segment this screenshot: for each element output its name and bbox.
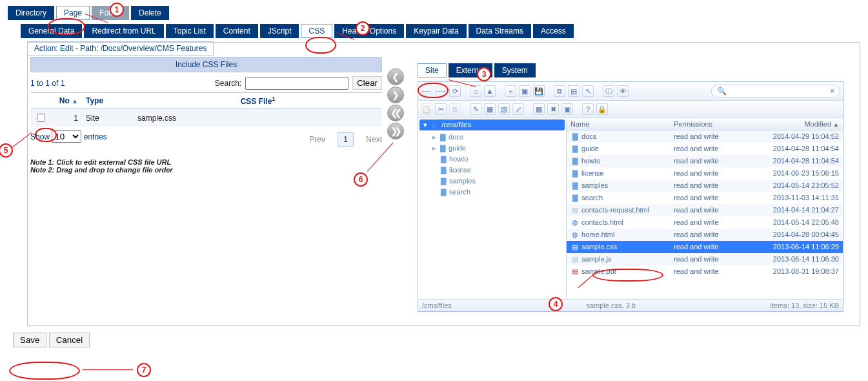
rename-icon[interactable]: ✎ <box>470 103 481 115</box>
file-row[interactable]: ▤ contacts-request.htmlread and write201… <box>567 204 843 216</box>
save-icon[interactable]: 💾 <box>533 85 545 97</box>
refresh-icon[interactable]: ⟳ <box>449 85 461 97</box>
cell-mod: 2014-06-23 15:06:15 <box>741 167 843 180</box>
table-row[interactable]: 1 Site sample.css <box>30 109 382 127</box>
new-doc-icon[interactable]: ＋ <box>505 85 516 97</box>
up-icon[interactable]: ▲ <box>484 85 496 97</box>
file-icon: ▤ <box>570 267 580 276</box>
lock-icon[interactable]: 🔒 <box>596 103 608 115</box>
expand-icon[interactable]: ⤢ <box>512 103 524 115</box>
col-mod[interactable]: Modified ▲ <box>741 118 843 130</box>
file-row[interactable]: ▤ sample.pdfread and write2013-08-31 19:… <box>567 265 843 278</box>
cell-type: Site <box>82 109 134 127</box>
cut-icon[interactable]: ✂ <box>435 103 447 115</box>
info-icon[interactable]: ⓘ <box>603 85 614 97</box>
file-icon: ▇ <box>570 169 580 178</box>
tree-item[interactable]: ▸ ▇docs <box>418 132 566 143</box>
help-icon[interactable]: ? <box>582 103 594 115</box>
move-first-btn[interactable]: ❮❮ <box>387 105 404 121</box>
file-row[interactable]: ▤ sample.cssread and write2013-06-14 11:… <box>567 241 843 253</box>
folder-icon: ▇ <box>439 166 448 174</box>
move-fwd-btn[interactable]: ❯ <box>387 87 404 103</box>
col-file[interactable]: CSS File1 <box>134 93 382 109</box>
move-last-btn[interactable]: ❯❯ <box>387 123 404 139</box>
tab-topic[interactable]: Topic List <box>166 24 214 38</box>
file-icon: ▇ <box>570 194 580 202</box>
file-row[interactable]: ▇ guideread and write2014-04-28 11:04:54 <box>567 143 843 155</box>
tab-system[interactable]: System <box>494 63 536 77</box>
file-row[interactable]: ▇ docsread and write2014-04-29 15:04:52 <box>567 130 843 143</box>
cancel-button[interactable]: Cancel <box>49 333 90 347</box>
record-count: 1 to 1 of 1 <box>30 79 65 88</box>
cell-mod: 2013-08-31 19:08:37 <box>741 265 843 278</box>
tree-item[interactable]: ▇howto <box>418 154 566 165</box>
preview-icon[interactable]: 👁 <box>617 85 629 97</box>
cell-mod: 2014-04-28 00:04:45 <box>741 229 843 241</box>
file-search-input[interactable] <box>727 87 830 96</box>
row-checkbox[interactable] <box>37 114 45 122</box>
callout-1: 1 <box>110 3 124 17</box>
cell-mod: 2013-06-14 11:06:30 <box>741 253 843 265</box>
move-back-btn[interactable]: ❮ <box>387 68 404 85</box>
tree-root[interactable]: ▾ ⌂ /cms/files <box>419 119 565 130</box>
cell-perm: read and write <box>670 216 741 229</box>
col-perm[interactable]: Permissions <box>670 118 741 130</box>
tab-streams[interactable]: Data Streams <box>469 24 531 38</box>
tab-general[interactable]: General Data <box>21 24 82 38</box>
file-icon: ▇ <box>570 157 580 165</box>
tree-item[interactable]: ▇license <box>418 165 566 176</box>
archive-icon[interactable]: ▣ <box>561 103 573 115</box>
tab-content[interactable]: Content <box>216 24 258 38</box>
section-heading: Include CSS Files <box>30 57 382 72</box>
file-row[interactable]: ▤ sample.jsread and write2013-06-14 11:0… <box>567 253 843 265</box>
tab-delete[interactable]: Delete <box>131 6 169 20</box>
status-summary: items: 13, size: 15 KB <box>771 302 839 309</box>
col-no[interactable]: No ▲ <box>52 93 82 109</box>
col-name[interactable]: Name <box>567 118 670 130</box>
tab-access[interactable]: Access <box>533 24 574 38</box>
copy-icon[interactable]: ⧉ <box>554 85 565 97</box>
tab-jscript[interactable]: JScript <box>260 24 299 38</box>
file-row[interactable]: ▇ searchread and write2013-11-03 14:11:3… <box>567 192 843 204</box>
entries-select[interactable]: 10 <box>52 130 81 143</box>
tree-item[interactable]: ▇search <box>418 187 566 198</box>
cell-perm: read and write <box>670 130 741 143</box>
pager-next[interactable]: Next <box>366 135 382 144</box>
folder-icon: ▇ <box>439 188 448 196</box>
file-row[interactable]: ▇ samplesread and write2014-05-14 23:05:… <box>567 180 843 192</box>
folder-icon: ▇ <box>439 177 448 185</box>
cell-perm: read and write <box>670 143 741 155</box>
breadcrumb: Action: Edit - Path: /Docs/Overview/CMS … <box>27 41 214 56</box>
file-row[interactable]: ▇ howtoread and write2014-04-28 11:04:54 <box>567 155 843 167</box>
tab-directory[interactable]: Directory <box>8 6 54 20</box>
tree-item[interactable]: ▇samples <box>418 176 566 187</box>
cell-no: 1 <box>52 109 82 127</box>
file-icon: ▇ <box>570 132 580 141</box>
clear-button[interactable]: Clear <box>352 76 382 90</box>
select-icon[interactable]: ▦ <box>484 103 496 115</box>
new-folder-icon[interactable]: ▣ <box>519 85 530 97</box>
cursor-icon[interactable]: ↖ <box>582 85 594 97</box>
file-row[interactable]: ◍ home.htmlread and write2014-04-28 00:0… <box>567 229 843 241</box>
disk-icon[interactable]: ▤ <box>568 85 580 97</box>
clear-search-icon[interactable]: × <box>830 87 834 96</box>
tab-site[interactable]: Site <box>418 63 447 77</box>
tree-item[interactable]: ▸ ▇guide <box>418 143 566 154</box>
save-button[interactable]: Save <box>13 333 46 347</box>
tab-css[interactable]: CSS <box>301 24 332 38</box>
delete-icon[interactable]: ✖ <box>547 103 559 115</box>
file-row[interactable]: ◍ contacts.htmlread and write2014-05-14 … <box>567 216 843 229</box>
folder-tree[interactable]: ▾ ⌂ /cms/files ▸ ▇docs ▸ ▇guide ▇howto ▇… <box>418 118 567 299</box>
tab-keypair[interactable]: Keypair Data <box>406 24 466 38</box>
folder-icon: ▇ <box>438 133 447 141</box>
perm-icon[interactable]: ▩ <box>533 103 545 115</box>
edit-icon[interactable]: ▧ <box>498 103 510 115</box>
col-type[interactable]: Type <box>82 93 134 109</box>
pager-prev[interactable]: Prev <box>309 135 325 144</box>
search-input[interactable] <box>245 77 348 90</box>
cell-mod: 2013-11-03 14:11:31 <box>741 192 843 204</box>
pager-current[interactable]: 1 <box>338 132 354 147</box>
file-row[interactable]: ▇ licenseread and write2014-06-23 15:06:… <box>567 167 843 180</box>
tab-redirect[interactable]: Redirect from URL <box>84 24 163 38</box>
file-icon: ▤ <box>570 206 580 214</box>
